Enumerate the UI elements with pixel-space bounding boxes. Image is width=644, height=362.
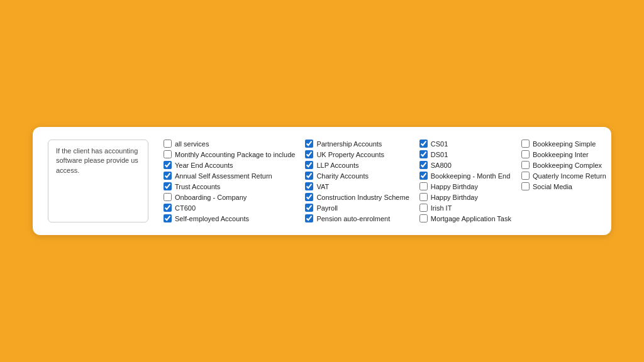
checkbox-label[interactable]: Year End Accounts — [175, 162, 233, 169]
columns-container: all servicesMonthly Accounting Package t… — [158, 140, 611, 222]
checkbox-input[interactable] — [521, 182, 530, 190]
checkbox-label[interactable]: DS01 — [431, 151, 448, 158]
checkbox-input[interactable] — [305, 204, 313, 212]
checkbox-input[interactable] — [521, 161, 530, 169]
list-item: Self-employed Accounts — [164, 214, 295, 222]
list-item: Pension auto-enrolment — [305, 214, 409, 222]
list-item: Mortgage Application Task — [419, 214, 511, 222]
list-item: Monthly Accounting Package to include — [164, 150, 295, 158]
checkbox-label[interactable]: Bookkeeping Complex — [533, 162, 602, 169]
checkbox-label[interactable]: CT600 — [175, 204, 196, 212]
main-card: If the client has accounting software pl… — [33, 127, 611, 235]
checkbox-input[interactable] — [305, 150, 313, 158]
checkbox-label[interactable]: Quaterly Income Return — [533, 172, 606, 180]
checkbox-label[interactable]: Bookkeeping - Month End — [431, 172, 511, 180]
list-item: Social Media — [521, 182, 606, 190]
list-item: Bookkeeping - Month End — [419, 172, 511, 180]
checkbox-label[interactable]: Monthly Accounting Package to include — [175, 151, 295, 158]
list-item: Irish IT — [419, 204, 511, 212]
list-item: CS01 — [419, 140, 511, 148]
list-item: Trust Accounts — [164, 182, 295, 190]
checkbox-input[interactable] — [164, 172, 172, 180]
checkbox-input[interactable] — [305, 214, 313, 222]
checkbox-label[interactable]: Irish IT — [431, 204, 452, 212]
description-box: If the client has accounting software pl… — [48, 140, 148, 222]
checkbox-input[interactable] — [521, 172, 530, 180]
checkbox-input[interactable] — [164, 140, 172, 148]
list-item: Year End Accounts — [164, 161, 295, 169]
list-item: CT600 — [164, 204, 295, 212]
checkbox-label[interactable]: CS01 — [431, 140, 448, 148]
checkbox-input[interactable] — [164, 204, 172, 212]
checkbox-label[interactable]: Happy Birthday — [431, 183, 478, 190]
list-item: all services — [164, 140, 295, 148]
checkbox-label[interactable]: Mortgage Application Task — [431, 215, 511, 222]
list-item: Bookkeeping Simple — [521, 140, 606, 148]
checkbox-label[interactable]: Happy Birthday — [431, 194, 478, 201]
checkbox-input[interactable] — [419, 140, 428, 148]
checkbox-label[interactable]: Annual Self Assessment Return — [175, 172, 272, 180]
checkbox-label[interactable]: VAT — [316, 183, 329, 190]
checkbox-label[interactable]: UK Property Accounts — [316, 151, 384, 158]
checkbox-input[interactable] — [305, 140, 313, 148]
checkbox-input[interactable] — [305, 193, 313, 201]
checkbox-label[interactable]: Social Media — [533, 183, 572, 190]
checkbox-input[interactable] — [521, 150, 530, 158]
list-item: Bookkeeping Complex — [521, 161, 606, 169]
checkbox-input[interactable] — [164, 150, 172, 158]
checkbox-label[interactable]: Bookkeeping Simple — [533, 140, 596, 148]
list-item: Onboarding - Company — [164, 193, 295, 201]
checkbox-input[interactable] — [419, 150, 428, 158]
checkbox-input[interactable] — [419, 161, 428, 169]
checkbox-input[interactable] — [305, 182, 313, 190]
checkbox-label[interactable]: SA800 — [431, 162, 452, 169]
checkbox-label[interactable]: Trust Accounts — [175, 183, 220, 190]
list-item: Charity Accounts — [305, 172, 409, 180]
checkbox-label[interactable]: Self-employed Accounts — [175, 215, 249, 222]
list-item: Bookkeeping Inter — [521, 150, 606, 158]
description-text: If the client has accounting software pl… — [56, 147, 138, 174]
column-3: CS01DS01SA800Bookkeeping - Month EndHapp… — [414, 140, 516, 222]
column-2: Partnership AccountsUK Property Accounts… — [300, 140, 414, 222]
checkbox-input[interactable] — [164, 214, 172, 222]
checkbox-input[interactable] — [164, 182, 172, 190]
list-item: Construction Industry Scheme — [305, 193, 409, 201]
checkbox-label[interactable]: LLP Accounts — [316, 162, 358, 169]
checkbox-input[interactable] — [305, 161, 313, 169]
column-4: Bookkeeping SimpleBookkeeping InterBookk… — [516, 140, 611, 222]
list-item: VAT — [305, 182, 409, 190]
list-item: UK Property Accounts — [305, 150, 409, 158]
checkbox-input[interactable] — [305, 172, 313, 180]
checkbox-label[interactable]: Pension auto-enrolment — [316, 215, 390, 222]
checkbox-label[interactable]: Construction Industry Scheme — [316, 194, 409, 201]
checkbox-label[interactable]: Payroll — [316, 204, 338, 212]
checkbox-input[interactable] — [419, 172, 428, 180]
list-item: Happy Birthday — [419, 182, 511, 190]
checkbox-input[interactable] — [419, 214, 428, 222]
checkbox-input[interactable] — [419, 204, 428, 212]
checkbox-input[interactable] — [164, 161, 172, 169]
checkbox-label[interactable]: all services — [175, 140, 209, 148]
list-item: DS01 — [419, 150, 511, 158]
checkbox-label[interactable]: Partnership Accounts — [316, 140, 382, 148]
checkbox-label[interactable]: Bookkeeping Inter — [533, 151, 589, 158]
checkbox-label[interactable]: Onboarding - Company — [175, 194, 247, 201]
checkbox-input[interactable] — [521, 140, 530, 148]
checkbox-input[interactable] — [164, 193, 172, 201]
list-item: Happy Birthday — [419, 193, 511, 201]
checkbox-input[interactable] — [419, 193, 428, 201]
list-item: Partnership Accounts — [305, 140, 409, 148]
list-item: Payroll — [305, 204, 409, 212]
column-1: all servicesMonthly Accounting Package t… — [158, 140, 300, 222]
list-item: SA800 — [419, 161, 511, 169]
checkbox-label[interactable]: Charity Accounts — [316, 172, 369, 180]
list-item: Annual Self Assessment Return — [164, 172, 295, 180]
checkbox-input[interactable] — [419, 182, 428, 190]
list-item: LLP Accounts — [305, 161, 409, 169]
list-item: Quaterly Income Return — [521, 172, 606, 180]
